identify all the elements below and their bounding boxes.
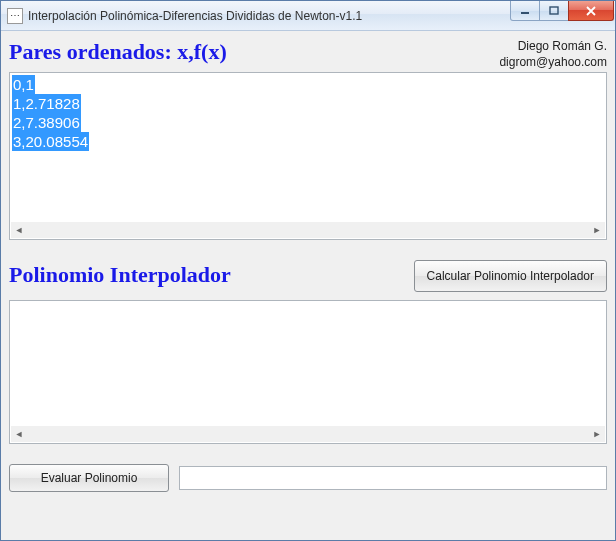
author-block: Diego Román G. digrom@yahoo.com xyxy=(499,39,607,70)
maximize-icon xyxy=(549,6,559,16)
app-icon: ⋯ xyxy=(7,8,23,24)
client-area: Pares ordenados: x,f(x) Diego Román G. d… xyxy=(1,31,615,540)
scroll-right-icon[interactable]: ► xyxy=(589,426,605,442)
window-frame: ⋯ Interpolación Polinómica-Diferencias D… xyxy=(0,0,616,541)
svg-rect-1 xyxy=(550,7,558,14)
window-title: Interpolación Polinómica-Diferencias Div… xyxy=(28,9,511,23)
titlebar[interactable]: ⋯ Interpolación Polinómica-Diferencias D… xyxy=(1,1,615,31)
close-icon xyxy=(585,6,597,16)
scroll-left-icon[interactable]: ◄ xyxy=(11,426,27,442)
scroll-left-icon[interactable]: ◄ xyxy=(11,222,27,238)
pairs-line: 3,20.08554 xyxy=(12,132,89,151)
poly-heading: Polinomio Interpolador xyxy=(9,262,231,288)
pairs-scrollbar[interactable]: ◄ ► xyxy=(11,222,605,238)
maximize-button[interactable] xyxy=(539,1,569,21)
close-button[interactable] xyxy=(568,1,614,21)
pairs-heading: Pares ordenados: x,f(x) xyxy=(9,39,227,65)
pairs-input[interactable]: 0,11,2.718282,7.389063,20.08554 ◄ ► xyxy=(9,72,607,240)
pairs-line: 2,7.38906 xyxy=(12,113,81,132)
svg-rect-0 xyxy=(521,12,529,14)
poly-output[interactable]: ◄ ► xyxy=(9,300,607,444)
window-buttons xyxy=(511,1,614,21)
pairs-line: 0,1 xyxy=(12,75,35,94)
poly-output-text xyxy=(12,303,604,425)
evaluate-button[interactable]: Evaluar Polinomio xyxy=(9,464,169,492)
author-name: Diego Román G. xyxy=(499,39,607,55)
pairs-line: 1,2.71828 xyxy=(12,94,81,113)
minimize-button[interactable] xyxy=(510,1,540,21)
calculate-button[interactable]: Calcular Polinomio Interpolador xyxy=(414,260,607,292)
author-email: digrom@yahoo.com xyxy=(499,55,607,71)
poly-scrollbar[interactable]: ◄ ► xyxy=(11,426,605,442)
evaluate-output[interactable] xyxy=(179,466,607,490)
minimize-icon xyxy=(520,6,530,16)
scroll-right-icon[interactable]: ► xyxy=(589,222,605,238)
